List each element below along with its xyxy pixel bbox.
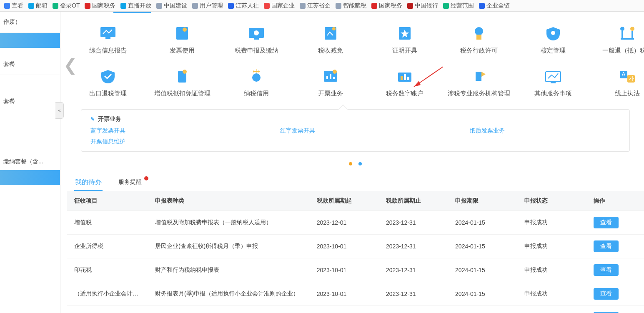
todo-tabs: 我的待办 服务提醒 — [67, 171, 644, 191]
module-label: 税收减免 — [293, 47, 368, 55]
svg-rect-18 — [621, 38, 634, 40]
todo-table: 征收项目申报表种类税款所属期起税款所属期止申报期限申报状态操作 增值税增值税及附… — [67, 191, 644, 313]
bookmark-item[interactable]: 邮箱 — [26, 2, 50, 10]
module-icon — [321, 69, 341, 84]
bookmark-favicon — [443, 3, 449, 9]
bookmark-label: 用户管理 — [200, 2, 223, 10]
svg-point-15 — [630, 27, 634, 31]
sidebar-item[interactable]: 缴纳套餐（含... — [0, 112, 60, 173]
view-button[interactable]: 查看 — [594, 217, 619, 228]
bookmark-label: 邮箱 — [36, 2, 48, 10]
view-button[interactable]: 查看 — [594, 288, 619, 300]
table-row: （适用执行小企业会计准则...财务报表月(季)申报（适用执行小企业会计准则的企业… — [67, 282, 644, 306]
bookmark-item[interactable]: 登录OT — [50, 2, 82, 10]
module-核定管理[interactable]: 核定管理 — [516, 26, 590, 55]
table-cell: 2023-12-31 — [378, 211, 448, 235]
bookmark-item[interactable]: 查看 — [2, 2, 26, 10]
module-发票使用[interactable]: 发票使用 — [145, 26, 219, 55]
module-icon — [543, 69, 563, 84]
bookmark-item[interactable]: 国家税务 — [82, 2, 118, 10]
view-button[interactable]: 查看 — [594, 240, 619, 252]
module-label: 税务行政许可 — [442, 47, 516, 55]
bookmark-label: 查看 — [12, 2, 23, 10]
sidebar-collapse[interactable]: « — [55, 102, 64, 119]
bookmark-item[interactable]: 江苏省企 — [297, 2, 333, 10]
sublink-invoice-info[interactable]: 开票信息维护 — [90, 138, 280, 145]
table-row: 企业所得税居民企业(查账征收)所得税月（季）申报2023-10-012023-1… — [67, 235, 644, 258]
module-开票业务[interactable]: 开票业务 — [293, 69, 368, 98]
bookmark-bar: 查看邮箱登录OT国家税务直播开放中国建设用户管理江苏人社国家企业江苏省企智能赋税… — [0, 0, 644, 12]
table-cell: 2023-12-31 — [378, 306, 448, 313]
bookmark-favicon — [156, 3, 162, 9]
bookmark-favicon — [371, 3, 377, 9]
sidebar-item[interactable]: 套餐 — [0, 75, 60, 112]
bookmark-label: 企业全链 — [486, 2, 510, 10]
svg-rect-38 — [551, 82, 556, 83]
bookmark-item[interactable]: 江苏人社 — [226, 2, 261, 10]
svg-rect-33 — [404, 74, 406, 80]
tab-my-todo[interactable]: 我的待办 — [74, 175, 103, 191]
module-其他服务事项[interactable]: 其他服务事项 — [516, 69, 590, 98]
sublink-red-invoice[interactable]: 红字发票开具 — [280, 127, 470, 135]
bookmark-item[interactable]: 企业全链 — [476, 2, 512, 10]
edit-icon: ✎ — [90, 116, 95, 122]
module-综合信息报告[interactable]: 综合信息报告 — [71, 26, 145, 55]
bookmark-item[interactable]: 用户管理 — [190, 2, 226, 10]
table-cell: 增值税及附加税费申报表（一般纳税人适用） — [148, 211, 309, 235]
sublink-blue-invoice[interactable]: 蓝字发票开具 — [90, 127, 280, 135]
module-证明开具[interactable]: 证明开具 — [368, 26, 442, 55]
table-cell: 申报成功 — [517, 282, 586, 306]
module-线上执法[interactable]: A가线上执法 — [590, 69, 644, 98]
svg-point-8 — [332, 27, 336, 30]
module-label: 出口退税管理 — [71, 90, 145, 98]
svg-text:가: 가 — [628, 75, 634, 82]
module-涉税专业服务机构管理[interactable]: 涉税专业服务机构管理 — [442, 69, 516, 98]
table-cell: 申报成功 — [517, 306, 586, 313]
bookmark-item[interactable]: 国家税务 — [369, 2, 405, 10]
svg-point-20 — [183, 70, 187, 74]
module-增值税抵扣凭证管理[interactable]: 增值税抵扣凭证管理 — [145, 69, 219, 98]
view-button[interactable]: 查看 — [594, 264, 619, 276]
table-cell: 申报成功 — [517, 211, 586, 235]
module-icon — [98, 69, 118, 84]
module-一般退（抵）税管[interactable]: 一般退（抵）税管 — [590, 26, 644, 55]
sidebar: 作废） 套餐 套餐 缴纳套餐（含... — [0, 12, 60, 313]
module-出口退税管理[interactable]: 出口退税管理 — [71, 69, 145, 98]
module-税务行政许可[interactable]: 税务行政许可 — [442, 26, 516, 55]
main-content: ❮ 综合信息报告发票使用税费申报及缴纳税收减免证明开具税务行政许可核定管理一般退… — [67, 12, 644, 313]
sidebar-hilite[interactable] — [0, 33, 60, 48]
sidebar-item[interactable]: 套餐 — [0, 48, 60, 75]
module-label: 线上执法 — [590, 90, 644, 98]
table-header: 申报表种类 — [148, 191, 309, 211]
module-税费申报及缴纳[interactable]: 税费申报及缴纳 — [219, 26, 293, 55]
bookmark-item[interactable]: 中国建设 — [154, 2, 190, 10]
bookmark-item[interactable]: 中国银行 — [405, 2, 441, 10]
module-label: 综合信息报告 — [71, 47, 145, 55]
module-label: 增值税抵扣凭证管理 — [145, 90, 219, 98]
module-label: 开票业务 — [293, 90, 368, 98]
table-cell: 申报成功 — [517, 258, 586, 282]
bookmark-label: 登录OT — [60, 2, 80, 10]
tab-service-reminder[interactable]: 服务提醒 — [118, 175, 143, 191]
carousel-prev[interactable]: ❮ — [63, 55, 78, 75]
svg-rect-27 — [326, 76, 328, 79]
module-税收减免[interactable]: 税收减免 — [293, 26, 368, 55]
carousel-dot[interactable] — [349, 162, 352, 165]
table-cell: 印花税 — [67, 258, 148, 282]
bookmark-item[interactable]: 智能赋税 — [333, 2, 369, 10]
carousel-dot[interactable] — [358, 162, 362, 165]
table-cell: 2024-01-15 — [448, 282, 517, 306]
bookmark-item[interactable]: 国家企业 — [261, 2, 297, 10]
bookmark-favicon — [85, 3, 90, 9]
sidebar-hilite[interactable] — [0, 170, 60, 185]
table-cell-action: 查看 — [586, 282, 644, 306]
bookmark-favicon — [53, 3, 58, 9]
module-icon: A가 — [617, 69, 637, 84]
table-cell: 增值税 — [67, 211, 148, 235]
bookmark-item[interactable]: 经营范围 — [441, 2, 476, 10]
sublink-paper-invoice[interactable]: 纸质发票业务 — [470, 127, 644, 135]
svg-marker-35 — [476, 72, 481, 81]
module-纳税信用[interactable]: 纳税信用 — [219, 69, 293, 98]
bookmark-item[interactable]: 直播开放 — [118, 2, 154, 10]
sidebar-item[interactable]: 作废） — [0, 12, 60, 33]
